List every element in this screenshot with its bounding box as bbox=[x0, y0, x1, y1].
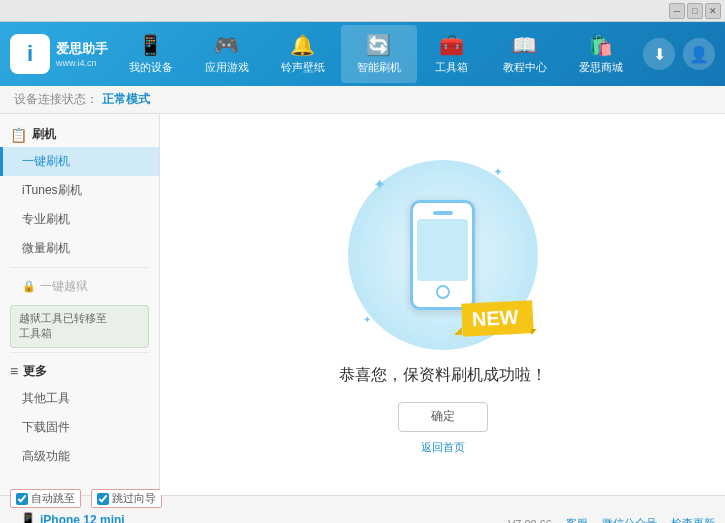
nav-smart[interactable]: 🔄 智能刷机 bbox=[341, 25, 417, 83]
sidebar-item-save-data[interactable]: 微量刷机 bbox=[0, 234, 159, 263]
user-button[interactable]: 👤 bbox=[683, 38, 715, 70]
sidebar-jailbreak-note: 越狱工具已转移至工具箱 bbox=[10, 305, 149, 348]
phone-illustration bbox=[410, 200, 475, 310]
nav-device[interactable]: 📱 我的设备 bbox=[113, 25, 189, 83]
success-title: 恭喜您，保资料刷机成功啦！ bbox=[339, 365, 547, 386]
logo-area: i 爱思助手 www.i4.cn bbox=[10, 34, 108, 74]
sidebar-item-itunes[interactable]: iTunes刷机 bbox=[0, 176, 159, 205]
check-update-link[interactable]: 检查更新 bbox=[671, 516, 715, 523]
download-button[interactable]: ⬇ bbox=[643, 38, 675, 70]
wechat-link[interactable]: 微信公众号 bbox=[602, 516, 657, 523]
nav-mall[interactable]: 🛍️ 爱思商城 bbox=[563, 25, 639, 83]
success-illustration: ✦ ✦ ✦ NEW bbox=[343, 155, 543, 355]
jailbreak-label: 一键越狱 bbox=[40, 278, 88, 295]
nav-ringtones-label: 铃声壁纸 bbox=[281, 60, 325, 75]
sidebar-item-download-fw[interactable]: 下载固件 bbox=[0, 413, 159, 442]
nav-mall-label: 爱思商城 bbox=[579, 60, 623, 75]
bottom-section: 自动跳至 跳过向导 📱 iPhone 12 mini 64GB Down-12m… bbox=[0, 495, 725, 523]
nav-toolbox[interactable]: 🧰 工具箱 bbox=[417, 25, 487, 83]
content-area: ✦ ✦ ✦ NEW 恭喜您，保资料刷机成功啦！ 确定 bbox=[160, 114, 725, 495]
nav-right-actions: ⬇ 👤 bbox=[643, 38, 715, 70]
skip-guide-label: 跳过向导 bbox=[112, 491, 156, 506]
sidebar-item-other-tools[interactable]: 其他工具 bbox=[0, 384, 159, 413]
apps-icon: 🎮 bbox=[214, 33, 239, 57]
customer-service-link[interactable]: 客服 bbox=[566, 516, 588, 523]
status-value: 正常模式 bbox=[102, 91, 150, 108]
sidebar: 📋 刷机 一键刷机 iTunes刷机 专业刷机 微量刷机 🔒 一键越狱 越狱工具… bbox=[0, 114, 160, 495]
bottom-right: V7.98.66 客服 微信公众号 检查更新 bbox=[508, 516, 715, 523]
top-nav: i 爱思助手 www.i4.cn 📱 我的设备 🎮 应用游戏 🔔 铃声壁纸 🔄 … bbox=[0, 22, 725, 86]
new-badge-wrapper: NEW bbox=[462, 302, 533, 335]
title-bar: ─ □ ✕ bbox=[0, 0, 725, 22]
nav-apps[interactable]: 🎮 应用游戏 bbox=[189, 25, 265, 83]
more-section-label: 更多 bbox=[23, 363, 47, 380]
sparkle-1: ✦ bbox=[373, 175, 386, 194]
version-label: V7.98.66 bbox=[508, 518, 552, 524]
tutorials-icon: 📖 bbox=[512, 33, 537, 57]
app-url: www.i4.cn bbox=[56, 58, 108, 68]
ribbon-right bbox=[531, 329, 537, 335]
phone-home-button bbox=[436, 285, 450, 299]
status-bar: 设备连接状态： 正常模式 bbox=[0, 86, 725, 114]
maximize-button[interactable]: □ bbox=[687, 3, 703, 19]
device-name: iPhone 12 mini bbox=[40, 512, 125, 523]
app-name: 爱思助手 bbox=[56, 40, 108, 58]
auto-jump-label: 自动跳至 bbox=[31, 491, 75, 506]
lock-icon: 🔒 bbox=[22, 280, 36, 293]
status-label: 设备连接状态： bbox=[14, 91, 98, 108]
nav-toolbox-label: 工具箱 bbox=[435, 60, 468, 75]
sidebar-divider-2 bbox=[10, 352, 149, 353]
more-section-icon: ≡ bbox=[10, 363, 18, 379]
back-link[interactable]: 返回首页 bbox=[421, 440, 465, 455]
nav-apps-label: 应用游戏 bbox=[205, 60, 249, 75]
nav-smart-label: 智能刷机 bbox=[357, 60, 401, 75]
toolbox-icon: 🧰 bbox=[439, 33, 464, 57]
minimize-button[interactable]: ─ bbox=[669, 3, 685, 19]
nav-ringtones[interactable]: 🔔 铃声壁纸 bbox=[265, 25, 341, 83]
sidebar-section-jailbreak: 🔒 一键越狱 bbox=[0, 272, 159, 301]
sparkle-2: ✦ bbox=[493, 165, 503, 179]
flash-section-label: 刷机 bbox=[32, 126, 56, 143]
sidebar-item-advanced[interactable]: 高级功能 bbox=[0, 442, 159, 471]
sidebar-divider-1 bbox=[10, 267, 149, 268]
nav-device-label: 我的设备 bbox=[129, 60, 173, 75]
smart-icon: 🔄 bbox=[366, 33, 391, 57]
flash-section-icon: 📋 bbox=[10, 127, 27, 143]
bottom-checkboxes: 自动跳至 跳过向导 bbox=[10, 489, 162, 508]
nav-tutorials-label: 教程中心 bbox=[503, 60, 547, 75]
sidebar-section-flash: 📋 刷机 bbox=[0, 120, 159, 147]
device-icon: 📱 bbox=[138, 33, 163, 57]
sidebar-section-more: ≡ 更多 bbox=[0, 357, 159, 384]
new-badge-container: NEW bbox=[462, 302, 533, 335]
sidebar-item-one-click[interactable]: 一键刷机 bbox=[0, 147, 159, 176]
confirm-button[interactable]: 确定 bbox=[398, 402, 488, 432]
ribbon-left bbox=[454, 327, 462, 335]
logo-icon: i bbox=[10, 34, 50, 74]
skip-guide-checkbox[interactable] bbox=[97, 493, 109, 505]
new-badge-text: NEW bbox=[461, 300, 533, 337]
mall-icon: 🛍️ bbox=[588, 33, 613, 57]
nav-items: 📱 我的设备 🎮 应用游戏 🔔 铃声壁纸 🔄 智能刷机 🧰 工具箱 📖 教程中心… bbox=[108, 25, 643, 83]
phone-speaker bbox=[433, 211, 453, 215]
skip-guide-checkbox-item: 跳过向导 bbox=[91, 489, 162, 508]
close-button[interactable]: ✕ bbox=[705, 3, 721, 19]
phone-screen bbox=[417, 219, 468, 281]
sparkle-3: ✦ bbox=[363, 314, 371, 325]
phone-icon: 📱 bbox=[20, 511, 36, 523]
device-info: 📱 iPhone 12 mini 64GB Down-12mini-13,1 bbox=[20, 511, 162, 523]
auto-jump-checkbox[interactable] bbox=[16, 493, 28, 505]
sidebar-item-pro[interactable]: 专业刷机 bbox=[0, 205, 159, 234]
main-area: 📋 刷机 一键刷机 iTunes刷机 专业刷机 微量刷机 🔒 一键越狱 越狱工具… bbox=[0, 114, 725, 495]
logo-text: 爱思助手 www.i4.cn bbox=[56, 40, 108, 68]
nav-tutorials[interactable]: 📖 教程中心 bbox=[487, 25, 563, 83]
ringtones-icon: 🔔 bbox=[290, 33, 315, 57]
auto-jump-checkbox-item: 自动跳至 bbox=[10, 489, 81, 508]
bottom-left-panel: 自动跳至 跳过向导 📱 iPhone 12 mini 64GB Down-12m… bbox=[10, 489, 162, 523]
